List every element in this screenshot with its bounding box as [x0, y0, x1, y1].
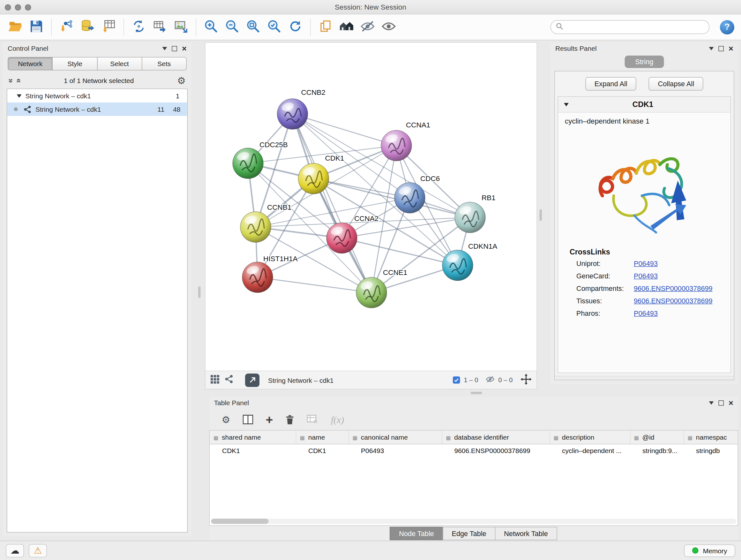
left-splitter-handle[interactable]	[198, 287, 201, 298]
network-edge[interactable]	[342, 238, 458, 266]
grid-view-icon[interactable]	[210, 374, 220, 386]
network-node-CDKN1A[interactable]: CDKN1A	[442, 242, 497, 281]
expand-all-icon[interactable]: »	[14, 78, 23, 83]
hide-graphics-button[interactable]	[359, 18, 376, 36]
delete-column-trash-icon[interactable]	[285, 415, 294, 425]
search-input[interactable]	[566, 23, 704, 31]
panel-menu-icon[interactable]	[162, 47, 167, 50]
protein-collapse-caret-icon[interactable]	[564, 103, 569, 106]
clone-network-button[interactable]	[130, 18, 147, 36]
refresh-view-button[interactable]	[287, 18, 304, 36]
network-node-CCNB2[interactable]: CCNB2	[277, 88, 326, 129]
table-cell[interactable]: cyclin–dependent ...	[549, 444, 630, 457]
tab-string[interactable]: String	[625, 56, 664, 68]
tab-style[interactable]: Style	[52, 57, 97, 71]
open-session-button[interactable]	[7, 18, 24, 36]
table-cell[interactable]: P06493	[348, 444, 442, 457]
crosslink-link[interactable]: 9606.ENSP00000378699	[634, 285, 713, 292]
export-image-button[interactable]	[172, 18, 190, 36]
collection-caret-icon[interactable]	[17, 94, 22, 98]
zoom-fit-button[interactable]	[245, 18, 262, 36]
table-cell[interactable]: CDK1	[210, 444, 296, 457]
tab-network-table[interactable]: Network Table	[495, 527, 557, 540]
hidden-eye-slash-icon[interactable]	[486, 376, 494, 384]
help-button[interactable]: ?	[720, 20, 734, 34]
column-header-namespac[interactable]: ▦namespac	[684, 431, 738, 444]
table-cell[interactable]: stringdb:9...	[630, 444, 684, 457]
show-graphics-button[interactable]	[380, 18, 397, 36]
collapse-all-button[interactable]: Collapse All	[649, 77, 703, 91]
float-panel-icon[interactable]	[719, 400, 724, 406]
network-node-CDC6[interactable]: CDC6	[394, 175, 440, 213]
expand-all-button[interactable]: Expand All	[585, 77, 636, 91]
network-view[interactable]: CCNB2CCNA1CDC25BCDK1CDC6RB1CCNB1CCNA2CDK…	[205, 42, 537, 371]
crosslink-link[interactable]: 9606.ENSP00000378699	[634, 297, 713, 305]
table-settings-gear-icon[interactable]: ⚙	[222, 415, 230, 424]
table-cell[interactable]: CDK1	[296, 444, 348, 457]
column-header-database-identifier[interactable]: ▦database identifier	[442, 431, 550, 444]
crosslink-link[interactable]: P06493	[634, 309, 658, 317]
network-overview-button[interactable]	[338, 18, 355, 36]
zoom-window-button[interactable]	[25, 4, 31, 10]
add-column-icon[interactable]: +	[266, 414, 273, 426]
float-panel-icon[interactable]	[719, 46, 724, 51]
table-horizontal-scrollbar-track[interactable]	[211, 519, 737, 524]
column-header-name[interactable]: ▦name	[296, 431, 348, 444]
import-network-from-database-button[interactable]	[79, 18, 96, 36]
table-cell[interactable]: 9606.ENSP00000378699	[442, 444, 550, 457]
tab-edge-table[interactable]: Edge Table	[443, 527, 495, 540]
bottom-splitter-handle[interactable]	[471, 392, 482, 394]
network-share-icon[interactable]	[225, 374, 234, 386]
close-window-button[interactable]	[5, 4, 11, 10]
column-header-shared-name[interactable]: ▦shared name	[210, 431, 296, 444]
memory-button[interactable]: Memory	[684, 544, 735, 557]
crosslink-link[interactable]: P06493	[634, 260, 658, 267]
show-columns-icon[interactable]	[243, 415, 253, 424]
right-splitter-handle[interactable]	[540, 209, 542, 221]
copy-document-button[interactable]	[317, 18, 334, 36]
column-header-description[interactable]: ▦description	[549, 431, 630, 444]
tab-node-table[interactable]: Node Table	[390, 527, 443, 540]
network-collection-row[interactable]: String Network – cdk1 1	[7, 89, 187, 103]
tab-select[interactable]: Select	[97, 57, 142, 71]
cloud-button[interactable]: ☁	[6, 544, 24, 557]
table-cell[interactable]: stringdb	[684, 444, 738, 457]
save-session-button[interactable]	[28, 18, 45, 36]
close-panel-icon[interactable]: ×	[729, 399, 733, 407]
table-row[interactable]: CDK1CDK1P064939606.ENSP00000378699cyclin…	[210, 444, 738, 457]
zoom-in-button[interactable]	[203, 18, 220, 36]
network-node-CCNA1[interactable]: CCNA1	[381, 121, 430, 161]
network-edge[interactable]	[258, 277, 372, 293]
network-node-RB1[interactable]: RB1	[455, 194, 495, 233]
import-network-button[interactable]	[58, 18, 75, 36]
zoom-out-button[interactable]	[224, 18, 241, 36]
network-node-CCNB1[interactable]: CCNB1	[240, 203, 291, 242]
new-network-from-table-button[interactable]	[151, 18, 169, 36]
column-header-canonical-name[interactable]: ▦canonical name	[348, 431, 442, 444]
crosslink-link[interactable]: P06493	[634, 272, 658, 280]
results-horizontal-scrollbar[interactable]	[555, 376, 734, 380]
import-table-button[interactable]	[100, 18, 118, 36]
table-horizontal-scrollbar-thumb[interactable]	[211, 519, 269, 524]
warnings-button[interactable]: ⚠	[29, 544, 47, 557]
panel-menu-icon[interactable]	[709, 47, 714, 50]
network-row[interactable]: String Network – cdk1 11 48	[7, 103, 187, 116]
close-panel-icon[interactable]: ×	[729, 44, 733, 53]
zoom-selected-button[interactable]	[266, 18, 283, 36]
network-node-HIST1H1A[interactable]: HIST1H1A	[242, 255, 298, 293]
tab-network[interactable]: Network	[8, 57, 53, 71]
panel-menu-icon[interactable]	[709, 401, 714, 405]
pan-move-icon[interactable]	[521, 373, 532, 387]
column-header-@id[interactable]: ▦@id	[630, 431, 684, 444]
tab-sets[interactable]: Sets	[142, 57, 187, 71]
network-edge[interactable]	[293, 114, 397, 145]
selected-checkbox-icon[interactable]	[453, 376, 460, 384]
float-panel-icon[interactable]	[172, 46, 178, 51]
open-in-new-window-button[interactable]	[245, 373, 259, 387]
minimize-window-button[interactable]	[15, 4, 21, 10]
network-edge[interactable]	[293, 114, 372, 293]
close-panel-icon[interactable]: ×	[182, 44, 187, 53]
gear-icon[interactable]: ⚙	[177, 76, 186, 85]
network-node-CDK1[interactable]: CDK1	[298, 154, 344, 194]
network-graph[interactable]: CCNB2CCNA1CDC25BCDK1CDC6RB1CCNB1CCNA2CDK…	[205, 43, 537, 371]
